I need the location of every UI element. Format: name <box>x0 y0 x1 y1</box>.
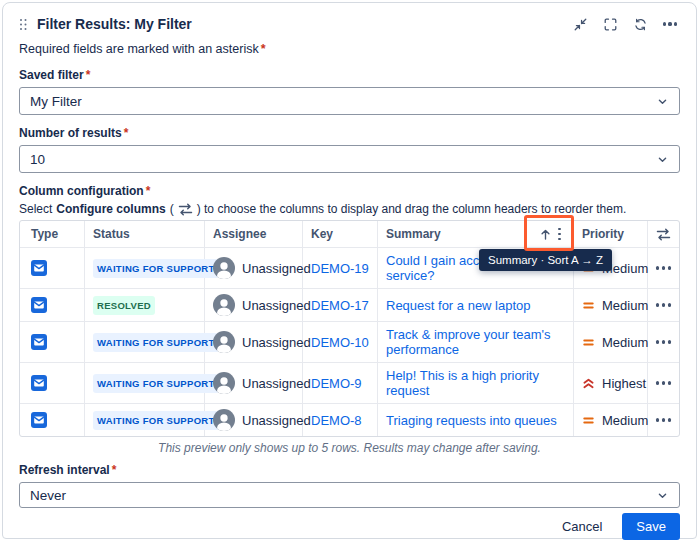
request-type-icon <box>31 297 47 313</box>
chevron-down-icon <box>656 153 669 166</box>
unassigned-avatar-icon <box>213 331 235 353</box>
header-assignee[interactable]: Assignee <box>205 221 303 247</box>
priority-highest-icon <box>582 377 595 390</box>
assignee-name: Unassigned <box>242 335 311 350</box>
number-of-results-select[interactable]: 10 <box>19 145 680 173</box>
minimize-icon <box>574 18 587 31</box>
saved-filter-label: Saved filter* <box>19 68 680 83</box>
issue-summary-link[interactable]: Help! This is a high priority request <box>386 368 565 398</box>
save-button[interactable]: Save <box>622 513 680 540</box>
configure-columns-icon <box>656 228 671 241</box>
column-configuration-label: Column configuration* <box>19 184 680 199</box>
priority-medium-icon <box>582 336 595 349</box>
issue-summary-link[interactable]: Track & improve your team's performance <box>386 327 565 357</box>
sort-ascending-icon[interactable] <box>539 228 552 241</box>
panel-title: Filter Results: My Filter <box>37 14 192 34</box>
required-asterisk: * <box>261 42 266 56</box>
configure-columns-button[interactable] <box>648 221 679 247</box>
more-options-button[interactable] <box>658 13 682 35</box>
refresh-interval-select[interactable]: Never <box>19 482 680 508</box>
refresh-interval-label: Refresh interval* <box>19 463 680 478</box>
request-type-icon <box>31 260 47 276</box>
table-row: WAITING FOR SUPPORT Unassigned DEMO-10 T… <box>20 322 679 363</box>
row-actions-button[interactable] <box>654 414 673 425</box>
results-preview-table: Type Status Assignee Key Summary Priorit… <box>19 220 680 437</box>
required-note-text: Required fields are marked with an aster… <box>19 42 259 56</box>
refresh-interval-value: Never <box>30 488 66 503</box>
unassigned-avatar-icon <box>213 372 235 394</box>
unassigned-avatar-icon <box>213 294 235 316</box>
header-summary[interactable]: Summary <box>378 221 574 247</box>
header-priority[interactable]: Priority <box>574 221 648 247</box>
header-key[interactable]: Key <box>303 221 378 247</box>
issue-key-link[interactable]: DEMO-10 <box>311 335 369 350</box>
row-actions-button[interactable] <box>654 336 673 347</box>
table-row: RESOLVED Unassigned DEMO-17 Request for … <box>20 289 679 322</box>
request-type-icon <box>31 334 47 350</box>
issue-key-link[interactable]: DEMO-9 <box>311 376 362 391</box>
panel-header: Filter Results: My Filter <box>3 3 696 39</box>
unassigned-avatar-icon <box>213 257 235 279</box>
unassigned-avatar-icon <box>213 409 235 431</box>
priority-name: Medium <box>602 298 648 313</box>
number-of-results-value: 10 <box>30 152 45 167</box>
sort-tooltip: Summary · Sort A → Z <box>479 249 612 271</box>
saved-filter-value: My Filter <box>30 94 82 109</box>
status-badge: WAITING FOR SUPPORT <box>93 374 219 393</box>
assignee-name: Unassigned <box>242 298 311 313</box>
chevron-down-icon <box>656 489 669 502</box>
status-badge: WAITING FOR SUPPORT <box>93 333 219 352</box>
cancel-button[interactable]: Cancel <box>552 513 612 540</box>
priority-name: Highest <box>602 376 646 391</box>
drag-handle-icon[interactable] <box>19 18 28 31</box>
issue-key-link[interactable]: DEMO-8 <box>311 413 362 428</box>
request-type-icon <box>31 375 47 391</box>
table-header-row: Type Status Assignee Key Summary Priorit… <box>20 221 679 248</box>
priority-medium-icon <box>582 414 595 427</box>
expand-button[interactable] <box>598 13 622 35</box>
chevron-down-icon <box>656 95 669 108</box>
header-type[interactable]: Type <box>20 221 85 247</box>
request-type-icon <box>31 412 47 428</box>
filter-results-panel: Filter Results: My Filter Required field… <box>2 2 697 539</box>
assignee-name: Unassigned <box>242 413 311 428</box>
column-configuration-description: Select Configure columns ( ) to choose t… <box>19 201 680 217</box>
configure-columns-icon <box>178 203 193 216</box>
table-row: WAITING FOR SUPPORT Unassigned DEMO-9 He… <box>20 363 679 404</box>
issue-key-link[interactable]: DEMO-17 <box>311 298 369 313</box>
priority-medium-icon <box>582 299 595 312</box>
status-badge: RESOLVED <box>93 296 155 315</box>
panel-header-actions <box>568 13 682 35</box>
assignee-name: Unassigned <box>242 261 311 276</box>
status-badge: WAITING FOR SUPPORT <box>93 411 219 430</box>
issue-summary-link[interactable]: Request for a new laptop <box>386 298 531 313</box>
footer-actions: Cancel Save <box>19 513 680 540</box>
header-status[interactable]: Status <box>85 221 205 247</box>
column-menu-button[interactable] <box>554 226 565 242</box>
table-row: WAITING FOR SUPPORT Unassigned DEMO-8 Tr… <box>20 404 679 436</box>
row-actions-button[interactable] <box>654 377 673 388</box>
row-actions-button[interactable] <box>654 262 673 273</box>
issue-key-link[interactable]: DEMO-19 <box>311 261 369 276</box>
priority-name: Medium <box>602 335 648 350</box>
refresh-button[interactable] <box>628 13 652 35</box>
priority-name: Medium <box>602 413 648 428</box>
row-actions-button[interactable] <box>654 299 673 310</box>
saved-filter-select[interactable]: My Filter <box>19 87 680 115</box>
issue-summary-link[interactable]: Triaging requests into queues <box>386 413 557 428</box>
number-of-results-label: Number of results* <box>19 126 680 141</box>
preview-note: This preview only shows up to 5 rows. Re… <box>3 441 696 456</box>
assignee-name: Unassigned <box>242 376 311 391</box>
refresh-icon <box>634 18 647 31</box>
expand-icon <box>604 18 617 31</box>
required-note: Required fields are marked with an aster… <box>19 41 680 57</box>
status-badge: WAITING FOR SUPPORT <box>93 259 219 278</box>
minimize-button[interactable] <box>568 13 592 35</box>
